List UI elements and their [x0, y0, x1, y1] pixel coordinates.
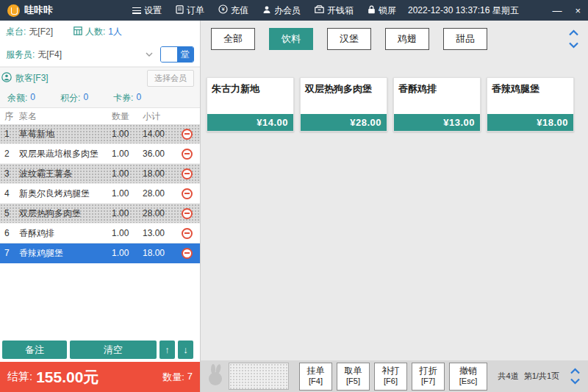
row-del-cell: [178, 208, 196, 219]
product-price: ¥28.00: [301, 114, 387, 131]
product-name: 双层热狗多肉堡: [301, 78, 387, 114]
menu-orders[interactable]: 订单: [176, 4, 204, 17]
row-subtotal: 28.00: [143, 188, 178, 199]
dine-in-toggle[interactable]: 堂: [160, 46, 194, 63]
menu-membership-label: 办会员: [274, 4, 301, 17]
category-up-icon[interactable]: [568, 29, 579, 36]
reprint-button[interactable]: 补打 [F6]: [374, 363, 407, 391]
window-controls: — ×: [552, 6, 581, 15]
clear-button[interactable]: 清空: [70, 341, 157, 359]
tab-all[interactable]: 全部: [211, 28, 255, 50]
scan-input[interactable]: [229, 363, 289, 390]
category-bar: 全部 饮料 汉堡 鸡翅 甜品: [201, 21, 588, 50]
product-card[interactable]: 双层热狗多肉堡 ¥28.00: [300, 77, 387, 132]
hold-order-key: [F4]: [309, 377, 323, 387]
remove-item-icon[interactable]: [182, 129, 193, 140]
menu-lockscreen-label: 锁屏: [379, 4, 396, 17]
remove-item-icon[interactable]: [182, 248, 193, 259]
menu-lockscreen[interactable]: 锁屏: [368, 4, 396, 17]
retrieve-order-button[interactable]: 取单 [F5]: [337, 363, 370, 391]
menu-cashbox[interactable]: 开钱箱: [315, 4, 354, 17]
page-info: 共4道 第1/共1页: [498, 371, 559, 382]
document-icon: [176, 5, 184, 16]
pos-app: 哇咔咔 设置 订单 ¥ 充值 办会员 开钱箱: [0, 0, 588, 392]
row-no: 2: [4, 149, 19, 159]
order-row[interactable]: 1 草莓新地 1.00 14.00: [0, 124, 200, 144]
waiter-label: 服务员:: [6, 49, 35, 61]
customer-label[interactable]: 散客[F3]: [15, 72, 49, 85]
waiter-value[interactable]: 无[F4]: [37, 49, 62, 61]
top-menu: 设置 订单 ¥ 充值 办会员 开钱箱 锁屏: [132, 4, 396, 17]
coupon-label: 卡券:: [113, 92, 133, 104]
discount-button[interactable]: 打折 [F7]: [412, 363, 445, 391]
reprint-label: 补打: [382, 366, 400, 377]
order-row[interactable]: 5 双层热狗多肉堡 1.00 28.00: [0, 204, 200, 224]
hold-order-label: 挂单: [307, 366, 325, 377]
datetime-text: 2022-12-30 13:37:16 星期五: [408, 4, 519, 17]
row-no: 4: [4, 188, 19, 199]
hold-order-button[interactable]: 挂单 [F4]: [299, 363, 332, 391]
reprint-key: [F6]: [384, 377, 398, 387]
move-down-button[interactable]: ↓: [178, 341, 193, 359]
cancel-button[interactable]: 撤销 [Esc]: [449, 363, 487, 391]
app-title: 哇咔咔: [24, 4, 53, 17]
menu-recharge[interactable]: ¥ 充值: [218, 4, 248, 17]
page-up-icon[interactable]: [570, 368, 581, 374]
row-del-cell: [178, 248, 196, 259]
order-row[interactable]: 6 香酥鸡排 1.00 13.00: [0, 224, 200, 243]
order-row[interactable]: 2 双层果蔬培根多肉堡 1.00 36.00: [0, 144, 200, 164]
row-del-cell: [178, 188, 196, 199]
table-value[interactable]: 无[F2]: [29, 26, 53, 38]
row-name: 香辣鸡腿堡: [19, 247, 112, 260]
order-row[interactable]: 4 新奥尔良烤鸡腿堡 1.00 28.00: [0, 184, 200, 204]
row-subtotal: 14.00: [143, 129, 178, 139]
remark-button[interactable]: 备注: [2, 341, 67, 359]
category-down-icon[interactable]: [568, 42, 579, 49]
remove-item-icon[interactable]: [182, 149, 193, 160]
waiter-dropdown-chevron-icon[interactable]: [146, 52, 153, 57]
balance-value: 0: [30, 92, 35, 104]
col-qty: 数量: [112, 110, 143, 123]
row-subtotal: 28.00: [143, 208, 178, 218]
row-name: 新奥尔良烤鸡腿堡: [19, 188, 112, 200]
item-count-text: 共4道: [498, 371, 519, 382]
menu-settings[interactable]: 设置: [132, 4, 162, 17]
main-area: 桌台: 无[F2] 人数: 1人 服务员: 无[F4] 堂 散客: [0, 21, 588, 392]
col-name: 菜名: [19, 110, 112, 123]
qty-label: 数量:: [162, 371, 184, 384]
product-card[interactable]: 香酥鸡排 ¥13.00: [393, 77, 481, 132]
remove-item-icon[interactable]: [182, 188, 193, 199]
move-up-button[interactable]: ↑: [159, 341, 175, 359]
page-down-icon[interactable]: [570, 378, 581, 385]
remove-item-icon[interactable]: [182, 208, 193, 219]
product-card[interactable]: 朱古力新地 ¥14.00: [207, 77, 294, 132]
order-row[interactable]: 3 波纹霸王薯条 1.00 18.00: [0, 164, 200, 184]
tab-burgers[interactable]: 汉堡: [327, 28, 371, 50]
row-qty: 1.00: [112, 208, 143, 218]
row-no: 1: [4, 129, 19, 139]
row-qty: 1.00: [112, 168, 143, 179]
people-value[interactable]: 1人: [108, 26, 122, 38]
close-button[interactable]: ×: [575, 6, 581, 15]
settle-qty: 数量: 7: [162, 371, 193, 384]
row-no: 7: [4, 248, 19, 258]
remove-item-icon[interactable]: [182, 228, 193, 239]
col-subtotal: 小计: [143, 110, 178, 123]
tab-desserts[interactable]: 甜品: [443, 28, 487, 50]
waiter-row: 服务员: 无[F4] 堂: [0, 43, 200, 67]
row-subtotal: 18.00: [143, 168, 178, 179]
settle-bar[interactable]: 结算: 155.00元 数量: 7: [0, 362, 200, 392]
remove-item-icon[interactable]: [182, 168, 193, 179]
order-row-selected[interactable]: 7 香辣鸡腿堡 1.00 18.00: [0, 243, 200, 263]
minimize-button[interactable]: —: [552, 6, 562, 15]
left-actions: 备注 清空 ↑ ↓: [0, 338, 200, 362]
select-member-button[interactable]: 选择会员: [147, 70, 194, 87]
tab-wings[interactable]: 鸡翅: [385, 28, 429, 50]
people-group: 人数: 1人: [74, 26, 122, 38]
row-qty: 1.00: [112, 188, 143, 199]
menu-membership[interactable]: 办会员: [262, 4, 301, 17]
product-price: ¥14.00: [207, 114, 293, 131]
coupon-stat: 卡券: 0: [113, 92, 141, 104]
product-card[interactable]: 香辣鸡腿堡 ¥18.00: [487, 77, 574, 132]
tab-drinks[interactable]: 饮料: [269, 28, 313, 50]
